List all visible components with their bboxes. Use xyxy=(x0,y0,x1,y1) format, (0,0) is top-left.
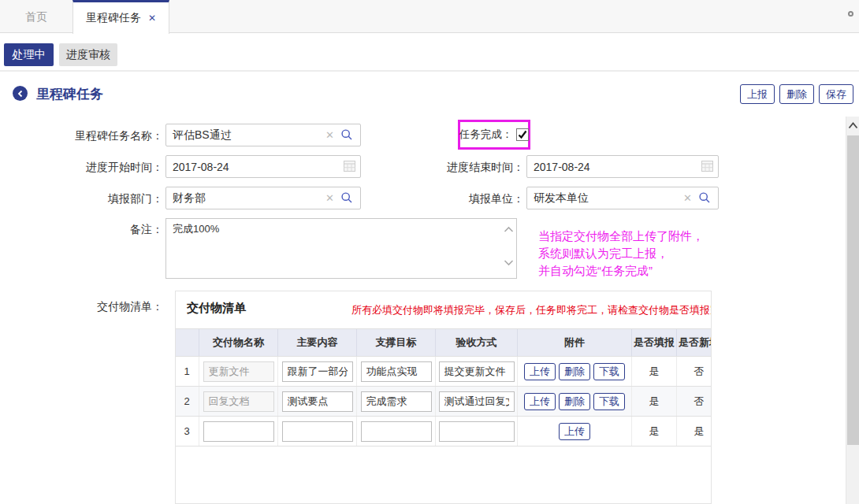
tab-home[interactable]: 首页 xyxy=(0,0,73,33)
start-date-input[interactable] xyxy=(165,155,361,178)
milestone-task-screen: 首页 里程碑任务 ✕ 处理中 进度审核 里程碑任务 上报 删除 保存 里程碑任务… xyxy=(0,0,859,504)
annotation-line: 系统则默认为完工上报， xyxy=(538,245,704,262)
scrollbar-up-icon[interactable] xyxy=(846,118,859,132)
department-field: ✕ xyxy=(165,187,361,209)
remark-scroll-up-icon[interactable] xyxy=(504,223,514,235)
unit-label: 填报单位： xyxy=(366,192,524,206)
vertical-scrollbar[interactable] xyxy=(846,117,859,504)
deliverables-title: 交付物清单 xyxy=(187,301,246,316)
deliverable-target-input[interactable] xyxy=(361,391,432,412)
table-row: 2 上传 删除 下载 是 否 xyxy=(175,387,712,417)
upload-button[interactable]: 上传 xyxy=(524,363,556,380)
unit-clear-icon[interactable]: ✕ xyxy=(683,192,692,204)
delete-attachment-button[interactable]: 删除 xyxy=(559,393,590,410)
task-name-clear-icon[interactable]: ✕ xyxy=(325,129,334,141)
deliverable-name-input[interactable] xyxy=(203,361,274,382)
back-button[interactable] xyxy=(13,86,28,101)
status-toolbar: 处理中 进度审核 xyxy=(0,33,859,72)
delete-button[interactable]: 删除 xyxy=(779,84,814,104)
deliverable-name-input[interactable] xyxy=(203,391,274,412)
col-name: 交付物名称 xyxy=(199,329,278,356)
deliverable-acceptance-input[interactable] xyxy=(439,391,515,412)
start-date-calendar-icon[interactable] xyxy=(344,161,355,174)
row-index: 3 xyxy=(175,417,199,446)
download-button[interactable]: 下载 xyxy=(593,393,625,410)
checkmark-icon xyxy=(517,129,528,140)
col-acceptance: 验收方式 xyxy=(436,329,518,356)
tab-close-icon[interactable]: ✕ xyxy=(148,13,156,24)
deliverables-table: 交付物名称 主要内容 支撑目标 验收方式 附件 是否填报 是否新增 1 上传 删… xyxy=(175,328,712,447)
col-attachment: 附件 xyxy=(518,329,632,356)
filled-flag: 是 xyxy=(632,357,677,386)
deliverable-content-input[interactable] xyxy=(282,361,353,382)
remark-textarea[interactable]: 完成100% xyxy=(165,218,517,279)
tab-milestone-task[interactable]: 里程碑任务 ✕ xyxy=(73,0,169,34)
processing-tab-button[interactable]: 处理中 xyxy=(4,43,54,66)
back-chevron-icon xyxy=(17,90,24,98)
delete-attachment-button[interactable]: 删除 xyxy=(559,363,590,380)
page-title: 里程碑任务 xyxy=(36,85,103,103)
start-date-field xyxy=(165,155,361,178)
deliverable-name-input[interactable] xyxy=(203,421,274,442)
filled-flag: 是 xyxy=(632,417,677,446)
department-clear-icon[interactable]: ✕ xyxy=(325,192,334,204)
deliverables-warning: 所有必填交付物即将填报完毕，保存后，任务即将完工，请检查交付物是否填报完整。 xyxy=(351,303,712,317)
table-row: 3 上传 是 是 xyxy=(175,417,712,447)
end-date-field xyxy=(526,155,719,178)
table-header-row: 交付物名称 主要内容 支撑目标 验收方式 附件 是否填报 是否新增 xyxy=(175,328,712,357)
tab-milestone-task-label: 里程碑任务 xyxy=(86,11,141,25)
deliverable-content-input[interactable] xyxy=(282,391,353,412)
table-row: 1 上传 删除 下载 是 否 xyxy=(175,357,712,387)
task-name-field: ✕ xyxy=(165,124,361,146)
remark-label: 备注： xyxy=(6,223,163,237)
annotation-note: 当指定交付物全部上传了附件， 系统则默认为完工上报， 并自动勾选“任务完成” xyxy=(538,228,704,280)
corner-dot-icon xyxy=(848,11,853,17)
new-flag: 是 xyxy=(677,417,712,446)
department-label: 填报部门： xyxy=(6,192,163,206)
unit-field: ✕ xyxy=(526,187,719,209)
remark-field: 完成100% xyxy=(165,218,517,279)
start-date-label: 进度开始时间： xyxy=(6,161,163,175)
task-done-checkbox[interactable] xyxy=(516,128,529,141)
col-content: 主要内容 xyxy=(278,329,357,356)
deliverable-target-input[interactable] xyxy=(361,361,432,382)
upload-button[interactable]: 上传 xyxy=(524,393,556,410)
task-name-label: 里程碑任务名称： xyxy=(6,129,163,143)
annotation-line: 当指定交付物全部上传了附件， xyxy=(538,228,704,245)
col-filled: 是否填报 xyxy=(632,329,677,356)
new-flag: 否 xyxy=(677,357,712,386)
deliverable-acceptance-input[interactable] xyxy=(439,361,515,382)
row-index: 1 xyxy=(175,357,199,386)
deliverables-field-label: 交付物清单： xyxy=(6,300,163,314)
col-index xyxy=(175,329,199,356)
save-button[interactable]: 保存 xyxy=(819,84,853,104)
page-header: 里程碑任务 上报 删除 保存 xyxy=(0,73,859,114)
deliverable-target-input[interactable] xyxy=(361,421,432,442)
new-flag: 否 xyxy=(677,387,712,416)
filled-flag: 是 xyxy=(632,387,677,416)
deliverable-content-input[interactable] xyxy=(282,421,353,442)
unit-search-icon[interactable] xyxy=(698,191,711,206)
deliverable-acceptance-input[interactable] xyxy=(439,421,515,442)
deliverables-panel: 交付物清单 所有必填交付物即将填报完毕，保存后，任务即将完工，请检查交付物是否填… xyxy=(175,291,712,504)
download-button[interactable]: 下载 xyxy=(593,363,625,380)
end-date-calendar-icon[interactable] xyxy=(701,161,713,174)
task-done-label: 任务完成： xyxy=(459,128,513,142)
task-done-highlight-box: 任务完成： xyxy=(458,120,530,150)
annotation-line: 并自动勾选“任务完成” xyxy=(538,262,704,280)
department-search-icon[interactable] xyxy=(340,191,353,206)
task-name-search-icon[interactable] xyxy=(340,128,353,143)
col-new: 是否新增 xyxy=(677,329,712,356)
progress-review-tab-button[interactable]: 进度审核 xyxy=(59,43,117,66)
scrollbar-thumb[interactable] xyxy=(847,135,859,445)
remark-scroll-down-icon[interactable] xyxy=(504,256,514,269)
end-date-label: 进度结束时间： xyxy=(366,161,524,175)
col-target: 支撑目标 xyxy=(357,329,436,356)
tab-bar: 首页 里程碑任务 ✕ xyxy=(0,0,859,33)
end-date-input[interactable] xyxy=(526,155,719,178)
upload-button[interactable]: 上传 xyxy=(559,423,590,440)
report-button[interactable]: 上报 xyxy=(740,84,775,104)
row-index: 2 xyxy=(175,387,199,416)
